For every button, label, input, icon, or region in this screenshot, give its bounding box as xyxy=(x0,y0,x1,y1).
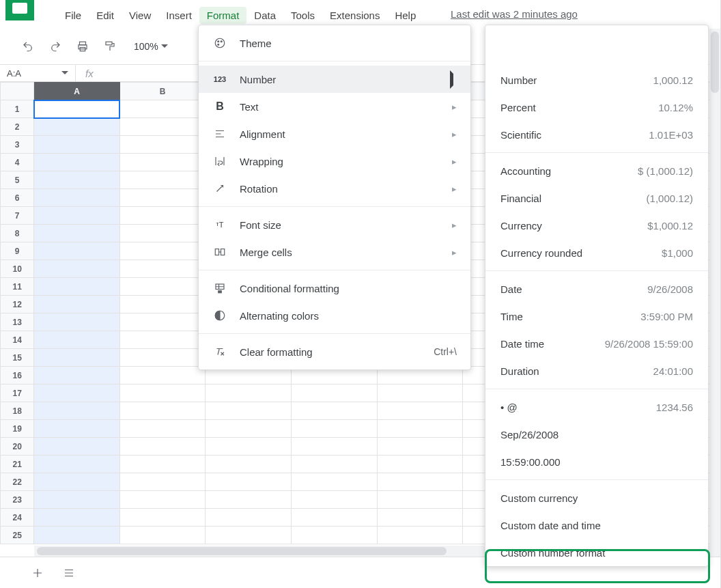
cell[interactable] xyxy=(119,189,206,207)
undo-icon[interactable] xyxy=(20,39,36,54)
cell[interactable] xyxy=(34,278,120,296)
cell[interactable] xyxy=(34,313,120,331)
cell[interactable] xyxy=(34,438,120,456)
menu-merge-cells[interactable]: Merge cells ▸ xyxy=(199,238,470,266)
row-header[interactable]: 17 xyxy=(1,384,34,402)
cell[interactable] xyxy=(119,349,206,367)
cell[interactable] xyxy=(119,527,206,544)
row-header[interactable]: 22 xyxy=(1,473,34,491)
cell[interactable] xyxy=(34,384,120,402)
cell[interactable] xyxy=(34,189,120,207)
row-header[interactable]: 3 xyxy=(1,136,34,154)
menu-clear-formatting[interactable]: Clear formatting Ctrl+\ xyxy=(199,338,470,365)
cell[interactable] xyxy=(377,420,463,438)
cell[interactable] xyxy=(34,491,120,509)
cell[interactable] xyxy=(206,384,292,402)
cell[interactable] xyxy=(34,136,120,154)
cell[interactable] xyxy=(34,296,120,313)
cell[interactable] xyxy=(34,154,120,171)
cell[interactable] xyxy=(206,438,292,456)
menu-edit[interactable]: Edit xyxy=(89,7,122,24)
cell[interactable] xyxy=(34,100,120,118)
cell[interactable] xyxy=(34,118,120,136)
menu-tools[interactable]: Tools xyxy=(283,7,322,24)
cell[interactable] xyxy=(119,402,206,420)
cell[interactable] xyxy=(292,438,378,456)
cell[interactable] xyxy=(292,420,378,438)
cell[interactable] xyxy=(119,331,206,349)
menu-wrapping[interactable]: Wrapping ▸ xyxy=(199,148,470,175)
menu-number[interactable]: 123 Number xyxy=(199,66,470,93)
redo-icon[interactable] xyxy=(48,39,63,54)
all-sheets-button[interactable] xyxy=(61,565,76,580)
number-option-custom-currency[interactable]: Custom currency xyxy=(485,484,708,512)
number-option--[interactable]: • @1234.56 xyxy=(485,393,708,421)
row-header[interactable]: 12 xyxy=(1,296,34,313)
menu-font-size[interactable]: тT Font size ▸ xyxy=(199,211,470,238)
menu-theme[interactable]: Theme xyxy=(199,29,470,57)
cell[interactable] xyxy=(119,420,206,438)
cell[interactable] xyxy=(377,402,463,420)
cell[interactable] xyxy=(34,225,120,242)
row-header[interactable]: 9 xyxy=(1,242,34,260)
cell[interactable] xyxy=(292,402,378,420)
cell[interactable] xyxy=(34,367,120,384)
cell[interactable] xyxy=(119,278,206,296)
menu-text[interactable]: B Text ▸ xyxy=(199,93,470,120)
cell[interactable] xyxy=(119,509,206,527)
row-header[interactable]: 21 xyxy=(1,456,34,473)
cell[interactable] xyxy=(292,384,378,402)
row-header[interactable]: 14 xyxy=(1,331,34,349)
menu-format[interactable]: Format xyxy=(199,7,247,24)
row-header[interactable]: 15 xyxy=(1,349,34,367)
row-header[interactable]: 1 xyxy=(1,100,34,118)
number-option-accounting[interactable]: Accounting$ (1,000.12) xyxy=(485,157,708,184)
cell[interactable] xyxy=(119,456,206,473)
last-edit-link[interactable]: Last edit was 2 minutes ago xyxy=(451,8,578,20)
number-option-currency[interactable]: Currency$1,000.12 xyxy=(485,212,708,239)
cell[interactable] xyxy=(119,136,206,154)
row-header[interactable]: 5 xyxy=(1,171,34,189)
cell[interactable] xyxy=(292,527,378,544)
vertical-scrollbar[interactable] xyxy=(709,29,720,557)
number-option-currency-rounded[interactable]: Currency rounded$1,000 xyxy=(485,239,708,266)
cell[interactable] xyxy=(119,207,206,225)
cell[interactable] xyxy=(206,420,292,438)
menu-rotation[interactable]: Rotation ▸ xyxy=(199,175,470,202)
row-header[interactable]: 13 xyxy=(1,313,34,331)
cell[interactable] xyxy=(119,171,206,189)
cell[interactable] xyxy=(119,367,206,384)
menu-file[interactable]: File xyxy=(57,7,89,24)
cell[interactable] xyxy=(34,527,120,544)
row-header[interactable]: 23 xyxy=(1,491,34,509)
cell[interactable] xyxy=(119,491,206,509)
number-option-sep-26-2008[interactable]: Sep/26/2008 xyxy=(485,421,708,448)
number-option-percent[interactable]: Percent10.12% xyxy=(485,94,708,121)
cell[interactable] xyxy=(206,509,292,527)
number-option-date-time[interactable]: Date time9/26/2008 15:59:00 xyxy=(485,330,708,357)
cell[interactable] xyxy=(119,154,206,171)
cell[interactable] xyxy=(377,438,463,456)
row-header[interactable]: 2 xyxy=(1,118,34,136)
cell[interactable] xyxy=(34,242,120,260)
cell[interactable] xyxy=(206,527,292,544)
menu-extensions[interactable]: Extensions xyxy=(322,7,387,24)
cell[interactable] xyxy=(377,473,463,491)
row-header[interactable]: 8 xyxy=(1,225,34,242)
cell[interactable] xyxy=(377,527,463,544)
cell[interactable] xyxy=(119,384,206,402)
menu-insert[interactable]: Insert xyxy=(158,7,199,24)
cell[interactable] xyxy=(206,402,292,420)
add-sheet-button[interactable] xyxy=(30,565,45,580)
cell[interactable] xyxy=(292,509,378,527)
cell[interactable] xyxy=(292,456,378,473)
menu-alternating-colors[interactable]: Alternating colors xyxy=(199,302,470,329)
menu-alignment[interactable]: Alignment ▸ xyxy=(199,120,470,148)
number-option-15-59-00-000[interactable]: 15:59:00.000 xyxy=(485,448,708,475)
cell[interactable] xyxy=(119,100,206,118)
print-icon[interactable] xyxy=(75,39,90,54)
cell[interactable] xyxy=(34,171,120,189)
cell[interactable] xyxy=(34,260,120,278)
row-header[interactable]: 11 xyxy=(1,278,34,296)
cell[interactable] xyxy=(292,491,378,509)
